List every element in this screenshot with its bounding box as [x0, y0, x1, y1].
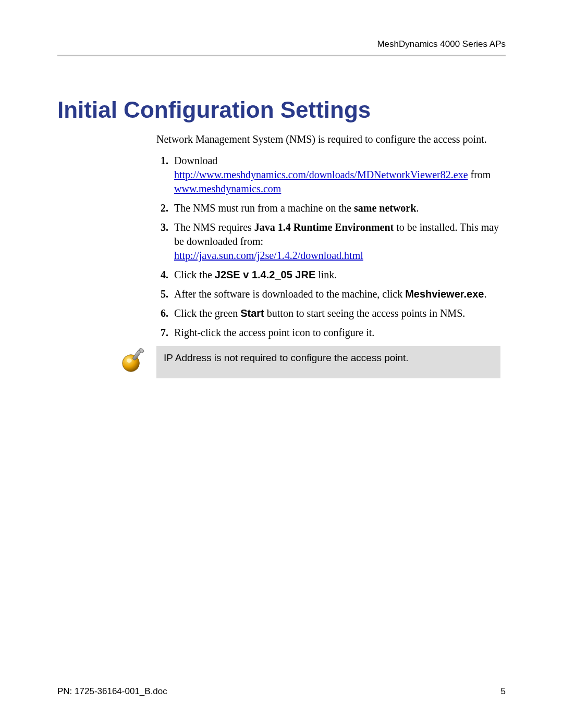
step-5-a: After the software is downloaded to the … — [174, 288, 405, 300]
step-5: After the software is downloaded to the … — [171, 287, 500, 301]
page-title: Initial Configuration Settings — [57, 97, 506, 123]
step-7-text: Right-click the access point icon to con… — [174, 327, 374, 338]
step-5-emph: Meshviewer.exe — [405, 288, 484, 300]
step-6-a: Click the green — [174, 307, 240, 319]
step-6-c: button to start seeing the access points… — [267, 307, 466, 319]
java-download-link[interactable]: http://java.sun.com/j2se/1.4.2/download.… — [174, 250, 363, 261]
footer-doc-id: PN: 1725-36164-001_B.doc — [57, 686, 167, 697]
footer-page-number: 5 — [501, 686, 506, 697]
step-2-c: . — [416, 202, 419, 214]
step-4-a: Click the — [174, 269, 215, 280]
step-3-emph: Java 1.4 Runtime Environment — [254, 221, 394, 233]
meshdynamics-home-link[interactable]: www.meshdynamics.com — [174, 183, 281, 194]
step-3: The NMS requires Java 1.4 Runtime Enviro… — [171, 220, 500, 263]
step-6-emph: Start — [240, 307, 264, 319]
step-1-mid: from — [471, 169, 491, 180]
header-rule — [57, 55, 506, 56]
step-1: Download http://www.meshdynamics.com/dow… — [171, 154, 500, 196]
step-4-emph: J2SE v 1.4.2_05 JRE — [215, 269, 315, 280]
pushpin-icon — [120, 347, 147, 374]
svg-point-1 — [127, 359, 132, 363]
running-head: MeshDynamics 4000 Series APs — [57, 39, 506, 50]
step-1-lead: Download — [174, 155, 217, 166]
body-column: Network Management System (NMS) is requi… — [156, 132, 500, 340]
step-6: Click the green Start button to start se… — [171, 306, 500, 320]
intro-paragraph: Network Management System (NMS) is requi… — [156, 132, 500, 146]
note-text: IP Address is not required to configure … — [164, 352, 409, 363]
page: MeshDynamics 4000 Series APs Initial Con… — [0, 0, 563, 728]
step-5-c: . — [484, 288, 486, 300]
step-4: Click the J2SE v 1.4.2_05 JRE link. — [171, 268, 500, 282]
note-row: IP Address is not required to configure … — [120, 346, 500, 378]
step-7: Right-click the access point icon to con… — [171, 326, 500, 340]
step-2: The NMS must run from a machine on the s… — [171, 201, 500, 215]
step-4-c: link. — [318, 269, 337, 280]
step-2-a: The NMS must run from a machine on the — [174, 202, 354, 214]
note-box: IP Address is not required to configure … — [156, 346, 500, 378]
page-footer: PN: 1725-36164-001_B.doc 5 — [57, 686, 506, 697]
download-exe-link[interactable]: http://www.meshdynamics.com/downloads/MD… — [174, 169, 468, 180]
step-2-emph: same network — [354, 202, 416, 214]
step-3-a: The NMS requires — [174, 221, 254, 233]
steps-list: Download http://www.meshdynamics.com/dow… — [156, 154, 500, 340]
